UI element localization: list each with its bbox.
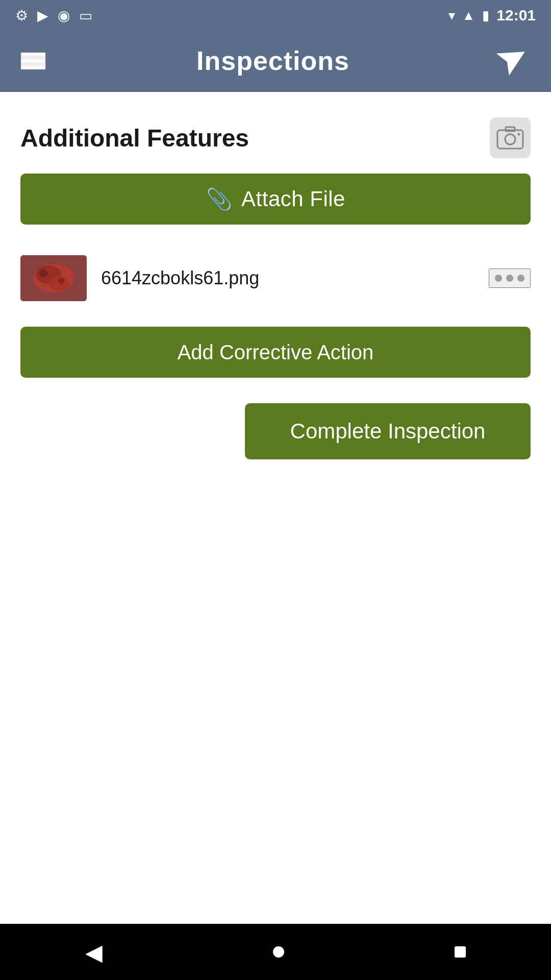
complete-inspection-label: Complete Inspection bbox=[290, 419, 486, 444]
svg-point-10 bbox=[39, 269, 47, 277]
data-icon: ◉ bbox=[58, 7, 70, 24]
status-bar-left: ⚙ ▶ ◉ ▭ bbox=[15, 7, 92, 24]
attach-file-label: Attach File bbox=[241, 187, 345, 211]
clock: 12:01 bbox=[496, 7, 536, 24]
paperclip-icon: 📎 bbox=[206, 187, 232, 212]
back-button[interactable]: ◀ bbox=[85, 939, 103, 965]
sd-card-icon: ▭ bbox=[79, 7, 92, 24]
svg-point-9 bbox=[48, 276, 69, 290]
dot-icon bbox=[495, 275, 502, 282]
attach-file-button[interactable]: 📎 Attach File bbox=[20, 174, 531, 225]
svg-point-11 bbox=[58, 278, 64, 284]
send-icon[interactable] bbox=[493, 37, 538, 84]
camera-button[interactable] bbox=[490, 117, 531, 158]
svg-point-3 bbox=[505, 134, 515, 144]
home-icon bbox=[273, 946, 284, 958]
section-header: Additional Features bbox=[20, 117, 531, 158]
battery-icon: ▮ bbox=[482, 8, 489, 23]
home-button[interactable] bbox=[273, 946, 284, 958]
bottom-nav: ◀ bbox=[0, 924, 551, 980]
menu-button[interactable] bbox=[20, 52, 46, 70]
corrective-action-label: Add Corrective Action bbox=[178, 341, 374, 364]
recent-icon bbox=[455, 946, 466, 958]
status-bar-right: ▾ ▲ ▮ 12:01 bbox=[448, 7, 536, 24]
svg-rect-2 bbox=[497, 130, 523, 149]
svg-point-5 bbox=[518, 133, 520, 136]
camera-icon bbox=[496, 124, 524, 152]
file-more-button[interactable] bbox=[489, 268, 531, 288]
file-name: 6614zcbokls61.png bbox=[101, 267, 474, 289]
svg-rect-4 bbox=[506, 127, 515, 131]
toolbar: Inspections bbox=[0, 31, 551, 92]
page-title: Inspections bbox=[196, 45, 349, 76]
file-item: 6614zcbokls61.png bbox=[20, 245, 531, 311]
complete-inspection-wrapper: Complete Inspection bbox=[20, 403, 531, 459]
section-title: Additional Features bbox=[20, 124, 249, 152]
security-icon: ▶ bbox=[37, 7, 48, 24]
complete-inspection-button[interactable]: Complete Inspection bbox=[245, 403, 531, 459]
recent-button[interactable] bbox=[455, 946, 466, 958]
settings-icon: ⚙ bbox=[15, 7, 28, 24]
signal-icon: ▲ bbox=[462, 8, 475, 23]
status-bar: ⚙ ▶ ◉ ▭ ▾ ▲ ▮ 12:01 bbox=[0, 0, 551, 31]
file-thumbnail bbox=[20, 255, 87, 301]
dot-icon bbox=[517, 275, 524, 282]
wifi-icon: ▾ bbox=[448, 8, 455, 23]
back-icon: ◀ bbox=[85, 939, 103, 965]
add-corrective-action-button[interactable]: Add Corrective Action bbox=[20, 327, 531, 378]
dot-icon bbox=[506, 275, 513, 282]
main-content: Additional Features 📎 Attach File bbox=[0, 92, 551, 485]
